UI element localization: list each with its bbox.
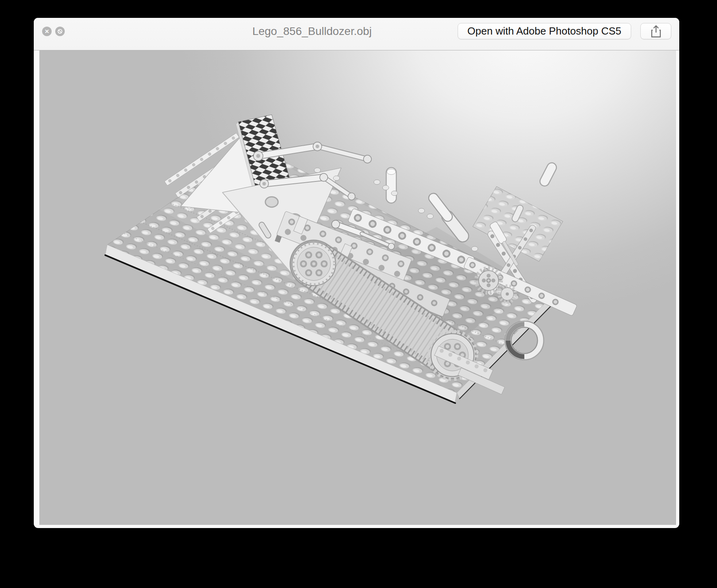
- window-controls: ✕: [42, 27, 65, 36]
- prohibit-button[interactable]: [55, 27, 65, 36]
- share-button[interactable]: [640, 23, 671, 39]
- model-canvas[interactable]: [39, 50, 676, 525]
- desktop-background: ✕ Lego_856_Bulldozer.obj Open with Adobe…: [0, 0, 717, 588]
- toolbar-right: Open with Adobe Photoshop CS5: [458, 23, 671, 39]
- tire-ring: [505, 321, 544, 360]
- window-title: Lego_856_Bulldozer.obj: [252, 18, 371, 45]
- close-button[interactable]: ✕: [42, 27, 52, 36]
- prohibit-icon: [57, 29, 63, 34]
- share-icon: [651, 25, 661, 38]
- open-with-button[interactable]: Open with Adobe Photoshop CS5: [458, 23, 631, 39]
- quicklook-window: ✕ Lego_856_Bulldozer.obj Open with Adobe…: [34, 18, 679, 528]
- preview-area: [39, 50, 676, 525]
- close-icon: ✕: [44, 29, 49, 34]
- titlebar[interactable]: ✕ Lego_856_Bulldozer.obj Open with Adobe…: [34, 18, 679, 50]
- idler-wheel: [292, 242, 336, 286]
- lego-bulldozer-model: [105, 115, 577, 403]
